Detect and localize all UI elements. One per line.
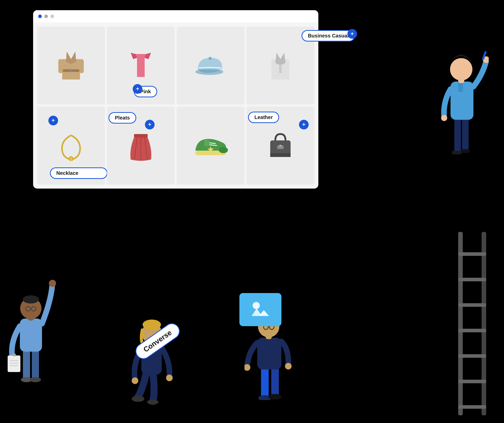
svg-point-51: [132, 396, 144, 402]
svg-point-57: [132, 377, 138, 384]
business-casual-tag-label: Business Casual: [302, 30, 355, 42]
browser-titlebar: [33, 10, 318, 22]
svg-point-58: [166, 375, 173, 381]
svg-rect-7: [58, 59, 63, 73]
person-ladder: [438, 25, 489, 173]
svg-rect-8: [79, 59, 84, 73]
image-card: [239, 293, 281, 326]
pleats-tag-label: Pleats: [108, 112, 136, 124]
shirt-icon: [128, 51, 154, 80]
skirt-icon: [127, 129, 155, 162]
person-ladder-figure: [438, 25, 489, 173]
svg-rect-88: [458, 278, 486, 281]
window-dot-lightgray[interactable]: [50, 15, 54, 18]
browser-window: Pink +: [33, 10, 318, 189]
svg-marker-11: [145, 53, 151, 59]
svg-rect-34: [23, 349, 30, 380]
bag-icon: [266, 131, 294, 160]
leather-tag-label: Leather: [248, 112, 279, 123]
svg-rect-89: [458, 303, 486, 307]
pleats-plus-button[interactable]: +: [145, 120, 155, 129]
svg-rect-92: [458, 380, 486, 383]
svg-point-45: [49, 280, 56, 287]
svg-rect-20: [134, 134, 148, 138]
svg-rect-59: [261, 367, 269, 398]
svg-rect-6: [69, 69, 73, 72]
shirt-plus-button[interactable]: +: [133, 84, 142, 94]
svg-rect-77: [461, 149, 470, 153]
grid-cell-cap: [177, 27, 244, 104]
svg-point-56: [143, 320, 161, 330]
ladder: [456, 232, 489, 415]
ladder-icon: [456, 232, 489, 415]
product-grid: Pink +: [33, 22, 318, 189]
svg-rect-76: [452, 151, 462, 154]
svg-rect-32: [279, 145, 282, 147]
necklace-plus-button[interactable]: +: [48, 116, 58, 125]
coat-icon: [57, 49, 85, 82]
svg-point-19: [70, 157, 73, 160]
cap-icon: [194, 53, 227, 78]
svg-point-25: [219, 147, 228, 153]
svg-point-84: [441, 115, 447, 121]
person-center: [127, 301, 183, 408]
svg-rect-17: [279, 64, 282, 73]
grid-cell-necklace: Necklace +: [37, 107, 105, 184]
grid-cell-shirt: Pink +: [107, 27, 175, 104]
necklace-tag-label: Necklace: [50, 167, 107, 179]
person-center-figure: [127, 301, 183, 408]
grid-cell-shoes: [177, 107, 244, 184]
svg-rect-33: [270, 153, 291, 157]
svg-rect-47: [12, 354, 16, 356]
svg-point-37: [30, 377, 41, 382]
leather-plus-button[interactable]: +: [299, 120, 309, 129]
svg-point-71: [253, 302, 260, 309]
svg-rect-91: [458, 354, 486, 358]
svg-rect-46: [8, 355, 20, 372]
svg-point-81: [450, 58, 472, 81]
person-left: [8, 270, 59, 392]
person-left-figure: [8, 270, 59, 392]
grid-cell-pleats: Pleats +: [107, 107, 175, 184]
suit-icon: [268, 50, 293, 81]
window-dot-blue[interactable]: [38, 15, 42, 18]
svg-rect-75: [462, 116, 469, 150]
shoes-icon: [193, 133, 228, 158]
business-plus-button[interactable]: +: [347, 29, 357, 39]
svg-point-13: [209, 57, 212, 60]
window-dot-gray[interactable]: [44, 15, 48, 18]
grid-cell-leather: Leather +: [247, 107, 314, 184]
svg-rect-87: [458, 252, 486, 256]
svg-marker-73: [259, 310, 269, 316]
svg-rect-86: [482, 232, 486, 415]
svg-rect-60: [271, 367, 279, 396]
necklace-icon: [58, 130, 84, 161]
svg-point-70: [285, 363, 292, 369]
svg-rect-85: [458, 232, 463, 415]
svg-rect-90: [458, 329, 486, 332]
svg-rect-38: [20, 319, 42, 352]
svg-rect-63: [257, 338, 281, 369]
grid-cell-coat: [37, 27, 105, 104]
svg-point-41: [23, 295, 39, 303]
svg-rect-93: [458, 405, 486, 409]
svg-rect-74: [454, 117, 461, 153]
svg-marker-10: [131, 53, 137, 59]
svg-rect-29: [204, 140, 209, 146]
grid-cell-business: Business Casual +: [247, 27, 314, 104]
svg-point-62: [268, 394, 282, 400]
svg-rect-35: [32, 349, 39, 380]
image-card-icon: [249, 299, 272, 320]
svg-point-52: [147, 400, 158, 405]
